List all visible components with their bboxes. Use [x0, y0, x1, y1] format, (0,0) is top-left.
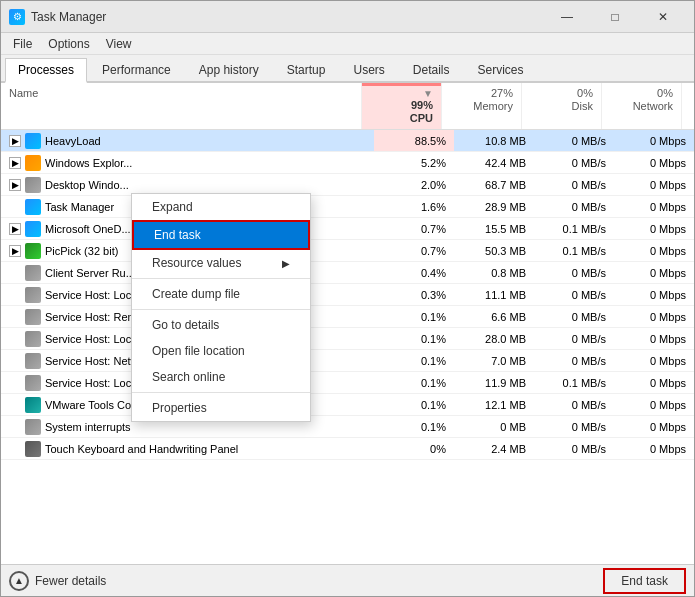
- process-icon: [25, 177, 41, 193]
- fewer-details-label: Fewer details: [35, 574, 106, 588]
- memory-value: 28.9 MB: [454, 196, 534, 217]
- col-header-disk[interactable]: 0%Disk: [522, 83, 602, 129]
- menu-file[interactable]: File: [5, 35, 40, 53]
- table-row[interactable]: ▶ HeavyLoad 88.5% 10.8 MB 0 MB/s 0 Mbps: [1, 130, 694, 152]
- window-controls: — □ ✕: [544, 2, 686, 32]
- table-row[interactable]: Task Manager 1.6% 28.9 MB 0 MB/s 0 Mbps: [1, 196, 694, 218]
- disk-value: 0.1 MB/s: [534, 240, 614, 261]
- window-title: Task Manager: [31, 10, 544, 24]
- col-header-cpu[interactable]: ▼ 99%CPU: [362, 83, 442, 129]
- table-row[interactable]: Service Host: Local Service (Network Res…: [1, 372, 694, 394]
- ctx-properties[interactable]: Properties: [132, 395, 310, 421]
- process-icon: [25, 397, 41, 413]
- tab-startup[interactable]: Startup: [274, 58, 339, 81]
- process-name: HeavyLoad: [45, 135, 101, 147]
- table-row[interactable]: System interrupts 0.1% 0 MB 0 MB/s 0 Mbp…: [1, 416, 694, 438]
- network-value: 0 Mbps: [614, 130, 694, 151]
- process-icon: [25, 441, 41, 457]
- maximize-button[interactable]: □: [592, 2, 638, 32]
- process-icon: [25, 243, 41, 259]
- ctx-expand[interactable]: Expand: [132, 194, 310, 220]
- cpu-value: 1.6%: [374, 196, 454, 217]
- disk-value: 0 MB/s: [534, 130, 614, 151]
- expand-button[interactable]: ▶: [9, 157, 21, 169]
- ctx-search-online[interactable]: Search online: [132, 364, 310, 390]
- app-icon: ⚙: [9, 9, 25, 25]
- cpu-usage-bar: [362, 83, 441, 86]
- ctx-end-task[interactable]: End task: [132, 220, 310, 250]
- col-header-memory[interactable]: 27%Memory: [442, 83, 522, 129]
- tab-users[interactable]: Users: [340, 58, 397, 81]
- tab-details[interactable]: Details: [400, 58, 463, 81]
- table-row[interactable]: VMware Tools Core Service 0.1% 12.1 MB 0…: [1, 394, 694, 416]
- ctx-create-dump[interactable]: Create dump file: [132, 281, 310, 307]
- disk-value: 0 MB/s: [534, 152, 614, 173]
- expand-button[interactable]: ▶: [9, 245, 21, 257]
- ctx-separator-2: [132, 309, 310, 310]
- cpu-value: 0.1%: [374, 416, 454, 437]
- network-value: 0 Mbps: [614, 174, 694, 195]
- table-row[interactable]: ▶ Desktop Windo... 2.0% 68.7 MB 0 MB/s 0…: [1, 174, 694, 196]
- tab-app-history[interactable]: App history: [186, 58, 272, 81]
- table-row[interactable]: Client Server Ru... 0.4% 0.8 MB 0 MB/s 0…: [1, 262, 694, 284]
- ctx-go-to-details[interactable]: Go to details: [132, 312, 310, 338]
- close-button[interactable]: ✕: [640, 2, 686, 32]
- expand-button[interactable]: ▶: [9, 223, 21, 235]
- cpu-value: 0%: [374, 438, 454, 459]
- process-name: Task Manager: [45, 201, 114, 213]
- disk-value: 0 MB/s: [534, 262, 614, 283]
- network-value: 0 Mbps: [614, 328, 694, 349]
- cpu-value: 0.4%: [374, 262, 454, 283]
- network-value: 0 Mbps: [614, 284, 694, 305]
- table-row[interactable]: Touch Keyboard and Handwriting Panel 0% …: [1, 438, 694, 460]
- table-row[interactable]: ▶ Windows Explor... 5.2% 42.4 MB 0 MB/s …: [1, 152, 694, 174]
- cpu-value: 2.0%: [374, 174, 454, 195]
- disk-value: 0 MB/s: [534, 196, 614, 217]
- table-row[interactable]: Service Host: Local Service (No Network)…: [1, 284, 694, 306]
- process-name: Touch Keyboard and Handwriting Panel: [45, 443, 238, 455]
- memory-value: 15.5 MB: [454, 218, 534, 239]
- title-bar: ⚙ Task Manager — □ ✕: [1, 1, 694, 33]
- network-value: 0 Mbps: [614, 438, 694, 459]
- process-name-cell: ▶ Windows Explor...: [1, 152, 374, 173]
- minimize-button[interactable]: —: [544, 2, 590, 32]
- memory-value: 42.4 MB: [454, 152, 534, 173]
- cpu-value: 5.2%: [374, 152, 454, 173]
- col-header-network[interactable]: 0%Network: [602, 83, 682, 129]
- process-icon: [25, 353, 41, 369]
- disk-value: 0 MB/s: [534, 438, 614, 459]
- table-row[interactable]: Service Host: Local System (18) 0.1% 28.…: [1, 328, 694, 350]
- tab-services[interactable]: Services: [465, 58, 537, 81]
- tab-performance[interactable]: Performance: [89, 58, 184, 81]
- status-bar: ▲ Fewer details End task: [1, 564, 694, 596]
- process-name: Microsoft OneD...: [45, 223, 131, 235]
- disk-value: 0 MB/s: [534, 284, 614, 305]
- fewer-details-button[interactable]: ▲ Fewer details: [9, 571, 106, 591]
- ctx-resource-values[interactable]: Resource values ▶: [132, 250, 310, 276]
- end-task-button[interactable]: End task: [603, 568, 686, 594]
- tab-processes[interactable]: Processes: [5, 58, 87, 83]
- expand-button[interactable]: ▶: [9, 179, 21, 191]
- cpu-value: 88.5%: [374, 130, 454, 151]
- table-row[interactable]: Service Host: Remote Procedure Call (2) …: [1, 306, 694, 328]
- process-table: ▶ HeavyLoad 88.5% 10.8 MB 0 MB/s 0 Mbps …: [1, 130, 694, 564]
- memory-value: 0 MB: [454, 416, 534, 437]
- process-icon: [25, 265, 41, 281]
- network-value: 0 Mbps: [614, 240, 694, 261]
- table-row[interactable]: Service Host: Network Service (5) 0.1% 7…: [1, 350, 694, 372]
- memory-value: 11.1 MB: [454, 284, 534, 305]
- ctx-separator: [132, 278, 310, 279]
- table-row[interactable]: ▶ Microsoft OneD... 0.7% 15.5 MB 0.1 MB/…: [1, 218, 694, 240]
- context-menu: Expand End task Resource values ▶ Create…: [131, 193, 311, 422]
- menu-view[interactable]: View: [98, 35, 140, 53]
- table-header: Name ▼ 99%CPU 27%Memory 0%Disk 0%Network: [1, 83, 694, 130]
- col-header-name[interactable]: Name: [1, 83, 362, 129]
- ctx-open-file-location[interactable]: Open file location: [132, 338, 310, 364]
- table-row[interactable]: ▶ PicPick (32 bit) 0.7% 50.3 MB 0.1 MB/s…: [1, 240, 694, 262]
- disk-value: 0 MB/s: [534, 328, 614, 349]
- menu-options[interactable]: Options: [40, 35, 97, 53]
- ctx-submenu-arrow: ▶: [282, 258, 290, 269]
- memory-value: 50.3 MB: [454, 240, 534, 261]
- expand-button[interactable]: ▶: [9, 135, 21, 147]
- disk-value: 0.1 MB/s: [534, 218, 614, 239]
